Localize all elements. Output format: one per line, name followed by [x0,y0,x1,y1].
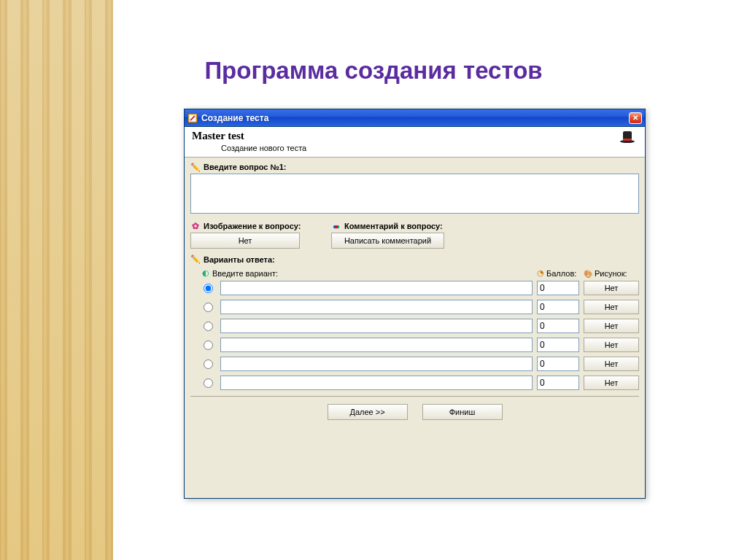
pencil-icon [190,254,201,264]
score-input[interactable] [537,357,579,371]
next-button[interactable]: Далее >> [328,404,408,420]
score-input[interactable] [537,300,579,314]
question-label: Введите вопрос №1: [204,163,286,171]
score-input[interactable] [537,376,579,390]
footer-bar: Далее >> Финиш [190,396,639,420]
answer-row: Нет [202,281,639,295]
wizard-header: Master test Создание нового теста [185,127,645,158]
answer-row: Нет [202,357,639,371]
slide-title: Программа создания тестов [0,57,747,85]
answer-radio[interactable] [204,341,213,350]
palette-icon [584,269,592,278]
variant-input[interactable] [220,319,533,333]
image-none-button[interactable]: Нет [190,233,300,249]
variant-input[interactable] [220,281,533,295]
answer-row: Нет [202,338,639,352]
row-image-button[interactable]: Нет [584,319,639,333]
titlebar[interactable]: Создание теста ✕ [185,109,645,127]
score-input[interactable] [537,319,579,333]
variant-input[interactable] [220,338,533,352]
pie-icon [537,268,544,278]
balls-icon [331,221,341,231]
answer-row: Нет [202,376,639,390]
wizard-body: Введите вопрос №1: Изображение к вопросу… [185,158,645,427]
write-comment-button[interactable]: Написать комментарий [331,233,444,249]
answer-radio[interactable] [204,378,213,388]
answer-radio[interactable] [204,303,213,312]
wizard-hat-icon [617,130,638,150]
variant-input[interactable] [220,300,533,314]
row-image-button[interactable]: Нет [584,357,639,371]
row-image-button[interactable]: Нет [584,376,639,390]
pencil-icon [190,162,201,172]
score-input[interactable] [537,338,579,352]
app-icon [187,113,198,123]
question-group: Введите вопрос №1: [190,162,639,215]
sphere-icon [202,268,209,278]
answer-radio[interactable] [204,284,213,293]
col-image-label: Рисунок: [595,269,627,278]
variant-input[interactable] [220,357,533,371]
close-button[interactable]: ✕ [629,112,642,124]
answer-radio[interactable] [204,322,213,331]
comment-section-label: Комментарий к вопросу: [344,222,443,230]
image-section-label: Изображение к вопросу: [204,222,301,230]
answer-row: Нет [202,319,639,333]
window-title: Создание теста [201,113,629,123]
score-input[interactable] [537,281,579,295]
row-image-button[interactable]: Нет [584,338,639,352]
answer-radio[interactable] [204,359,213,369]
finish-button[interactable]: Финиш [422,404,503,420]
col-variant-label: Введите вариант: [212,269,278,278]
variant-input[interactable] [220,376,533,390]
wizard-subtitle: Создание нового теста [221,144,617,152]
answer-row: Нет [202,300,639,314]
wizard-title: Master test [192,130,617,142]
answers-columns: Введите вариант: Баллов: Рисунок: [202,268,639,278]
row-image-button[interactable]: Нет [584,300,639,314]
answer-rows-container: НетНетНетНетНетНет [202,281,639,390]
answers-header-label: Варианты ответа: [204,255,275,264]
app-window: Создание теста ✕ Master test Создание но… [184,109,646,499]
row-image-button[interactable]: Нет [584,281,639,295]
flower-icon [190,221,201,231]
col-score-label: Баллов: [546,269,576,278]
question-input[interactable] [190,174,639,214]
answers-header: Варианты ответа: [190,254,639,264]
